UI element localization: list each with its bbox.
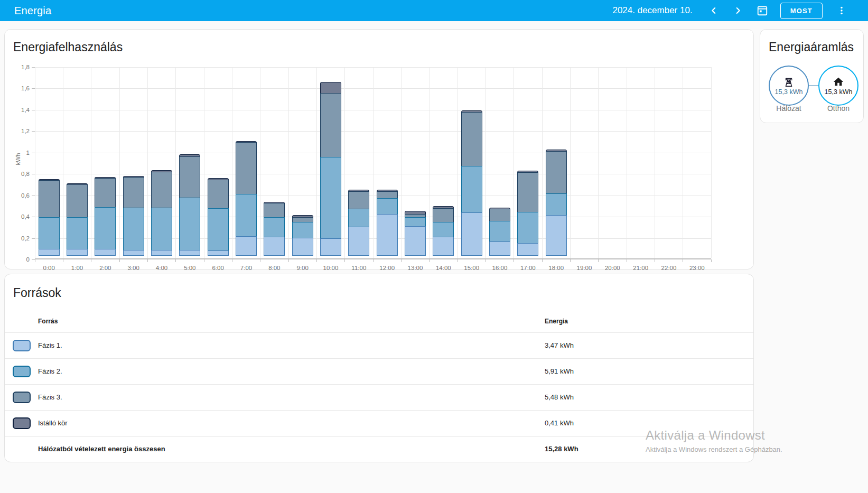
sources-total-row: Hálózatból vételezett energia összesen 1… bbox=[5, 436, 753, 462]
usage-bar-13:00[interactable] bbox=[405, 211, 426, 258]
grid-node-label: Hálózat bbox=[769, 104, 809, 113]
x-axis-label: 14:00 bbox=[436, 265, 451, 271]
x-gridline bbox=[429, 67, 430, 258]
y-axis-label: 1,2 bbox=[21, 128, 30, 134]
bar-segment-Fázis 3. bbox=[236, 142, 257, 194]
x-axis-label: 20:00 bbox=[605, 265, 620, 271]
bar-segment-Fázis 1. bbox=[489, 241, 510, 256]
bar-segment-Fázis 1. bbox=[123, 250, 144, 256]
usage-bar-17:00[interactable] bbox=[517, 171, 538, 258]
usage-bar-10:00[interactable] bbox=[320, 82, 341, 258]
date-range-label: 2024. december 10. bbox=[612, 5, 692, 16]
x-gridline bbox=[316, 67, 317, 258]
total-value: 15,28 kWh bbox=[545, 445, 578, 453]
home-node-circle: 15,3 kWh bbox=[818, 66, 858, 106]
usage-bar-7:00[interactable] bbox=[236, 141, 257, 258]
bar-segment-Fázis 1. bbox=[264, 237, 285, 256]
bar-segment-Fázis 2. bbox=[517, 212, 538, 244]
x-gridline bbox=[655, 67, 655, 258]
date-picker-button[interactable] bbox=[752, 0, 773, 21]
bar-segment-Fázis 2. bbox=[39, 217, 60, 250]
usage-bar-3:00[interactable] bbox=[123, 176, 144, 258]
bar-segment-Fázis 2. bbox=[264, 217, 285, 237]
x-gridline bbox=[91, 67, 91, 258]
bar-segment-Fázis 2. bbox=[320, 157, 341, 239]
page-title: Energia bbox=[14, 5, 51, 17]
bar-segment-Fázis 2. bbox=[433, 222, 454, 237]
x-axis-label: 8:00 bbox=[268, 265, 280, 271]
x-axis-tick bbox=[288, 259, 289, 262]
bar-segment-Fázis 2. bbox=[95, 207, 116, 250]
y-axis-label: 1,6 bbox=[21, 85, 30, 91]
x-axis-label: 10:00 bbox=[323, 265, 339, 271]
x-axis-label: 13:00 bbox=[408, 265, 423, 271]
x-axis-label: 5:00 bbox=[184, 265, 195, 271]
usage-bar-18:00[interactable] bbox=[546, 150, 567, 258]
sources-card: Források Forrás Energia Fázis 1.3,47 kWh… bbox=[4, 274, 754, 462]
usage-bar-14:00[interactable] bbox=[433, 206, 454, 258]
usage-bar-15:00[interactable] bbox=[461, 110, 482, 258]
bar-segment-Fázis 2. bbox=[489, 221, 510, 242]
x-axis-tick bbox=[514, 259, 514, 262]
x-axis-label: 21:00 bbox=[633, 265, 648, 271]
home-icon bbox=[833, 76, 844, 88]
usage-bar-11:00[interactable] bbox=[348, 190, 369, 258]
usage-bar-8:00[interactable] bbox=[264, 202, 285, 258]
usage-bar-0:00[interactable] bbox=[39, 179, 60, 258]
y-axis-label: 0,6 bbox=[21, 192, 30, 199]
x-axis-tick bbox=[204, 259, 204, 262]
x-axis-label: 3:00 bbox=[127, 265, 139, 271]
sources-rows: Fázis 1.3,47 kWhFázis 2.5,91 kWhFázis 3.… bbox=[5, 332, 753, 436]
source-energy-value: 5,91 kWh bbox=[545, 367, 574, 375]
usage-bar-2:00[interactable] bbox=[95, 177, 116, 258]
bar-segment-Fázis 3. bbox=[151, 172, 172, 209]
calendar-icon bbox=[757, 5, 768, 16]
next-period-button[interactable] bbox=[727, 0, 749, 21]
chevron-left-icon bbox=[708, 5, 720, 16]
x-axis-label: 17:00 bbox=[520, 265, 536, 271]
now-button[interactable]: MOST bbox=[780, 3, 823, 19]
app-bar-actions: 2024. december 10. bbox=[612, 0, 852, 21]
bar-segment-Fázis 1. bbox=[405, 226, 426, 256]
usage-bar-1:00[interactable] bbox=[67, 183, 88, 258]
x-gridline bbox=[119, 67, 120, 258]
usage-bar-5:00[interactable] bbox=[179, 154, 200, 258]
bar-segment-Fázis 3. bbox=[433, 208, 454, 222]
source-energy-value: 0,41 kWh bbox=[545, 419, 574, 427]
bar-segment-Fázis 2. bbox=[546, 193, 567, 216]
x-gridline bbox=[711, 67, 712, 258]
kebab-menu-icon bbox=[836, 5, 847, 16]
x-axis-label: 1:00 bbox=[71, 265, 83, 271]
x-axis-tick bbox=[542, 259, 543, 262]
x-axis-tick bbox=[627, 259, 627, 262]
usage-bar-16:00[interactable] bbox=[489, 208, 510, 258]
x-axis-tick bbox=[175, 259, 176, 262]
source-label: Fázis 2. bbox=[38, 367, 62, 375]
x-gridline bbox=[514, 67, 514, 258]
source-row-Fázis 1.: Fázis 1.3,47 kWh bbox=[5, 332, 753, 358]
grid-energy-value: 15,3 kWh bbox=[775, 88, 803, 96]
y-axis-label: 0,4 bbox=[21, 213, 30, 220]
x-axis-tick bbox=[458, 259, 458, 262]
x-gridline bbox=[63, 67, 63, 258]
bar-segment-Fázis 3. bbox=[320, 93, 341, 157]
bar-segment-Fázis 1. bbox=[546, 215, 567, 256]
source-energy-value: 5,48 kWh bbox=[545, 393, 574, 401]
bar-segment-Fázis 2. bbox=[292, 222, 313, 238]
usage-bar-6:00[interactable] bbox=[208, 178, 229, 258]
bar-segment-Fázis 3. bbox=[208, 180, 229, 209]
x-axis-tick bbox=[119, 259, 120, 262]
x-gridline bbox=[288, 67, 289, 258]
x-gridline bbox=[147, 67, 148, 258]
usage-bar-9:00[interactable] bbox=[292, 215, 313, 258]
bar-segment-Fázis 3. bbox=[546, 151, 567, 194]
bar-segment-Fázis 1. bbox=[461, 212, 482, 256]
previous-period-button[interactable] bbox=[703, 0, 724, 21]
usage-bar-4:00[interactable] bbox=[151, 170, 172, 258]
energy-usage-title: Energiafelhasználás bbox=[13, 40, 123, 54]
x-axis-tick bbox=[401, 259, 402, 262]
x-axis-label: 6:00 bbox=[212, 265, 223, 271]
energy-column-header: Energia bbox=[545, 318, 568, 325]
overflow-menu-button[interactable] bbox=[831, 0, 852, 21]
usage-bar-12:00[interactable] bbox=[377, 190, 398, 258]
